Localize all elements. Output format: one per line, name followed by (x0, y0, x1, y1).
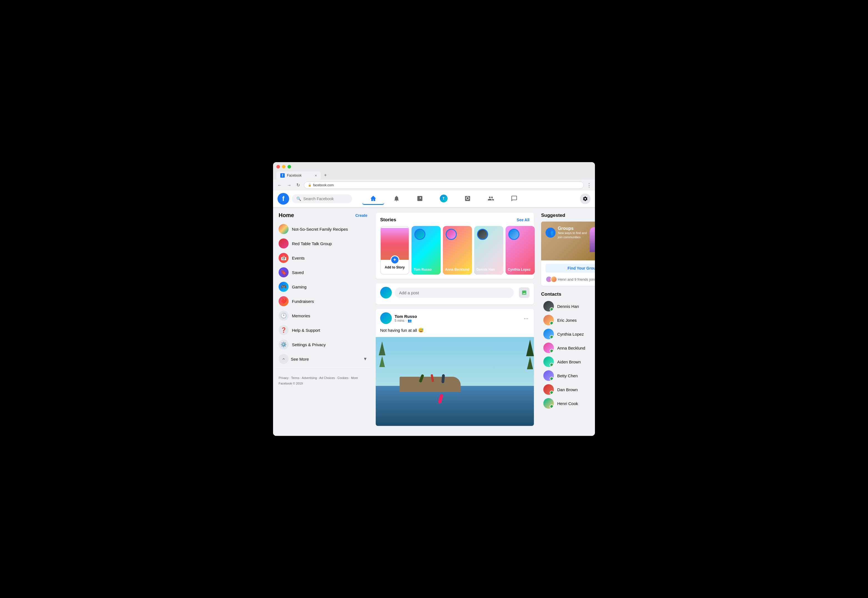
tab-close-button[interactable]: ✕ (315, 174, 317, 177)
story-cynthia-lopez[interactable]: Cynthia Lopez (506, 226, 535, 275)
sidebar-footer: Privacy · Terms · Advertising · Ad Choic… (275, 371, 371, 389)
contact-dennis-avatar (543, 301, 554, 311)
friend-avatar-2 (550, 276, 557, 283)
footer-privacy-link[interactable]: Privacy (279, 376, 289, 380)
sidebar-item-family-recipes[interactable]: Not-So-Secret Family Recipes (275, 222, 371, 236)
chevron-down-icon: ▼ (363, 356, 367, 362)
settings-button[interactable] (580, 193, 591, 204)
post-text: Not having fun at all 😅 (376, 324, 534, 337)
close-button[interactable] (276, 165, 280, 169)
friends-joined: Henri and 9 friends joined Groups (546, 276, 595, 283)
maximize-button[interactable] (288, 165, 291, 169)
browser-navbar: ← → ↻ 🔒 facebook.com ⋮ (273, 179, 595, 190)
post-author-name[interactable]: Tom Russo (395, 314, 520, 319)
sidebar-item-events[interactable]: 📅 Events (275, 251, 371, 265)
nav-messenger-button[interactable] (503, 193, 525, 205)
active-tab[interactable]: f Facebook ✕ (276, 171, 321, 179)
contact-betty-chen[interactable]: Betty Chen (541, 369, 595, 383)
add-story-card[interactable]: + Add to Story (380, 226, 409, 275)
gaming-icon: 🎮 (279, 282, 289, 292)
nav-groups-button[interactable] (480, 193, 502, 205)
post-menu-button[interactable]: ··· (522, 314, 529, 323)
search-bar[interactable]: 🔍 (292, 194, 352, 203)
sidebar-item-saved[interactable]: 🔖 Saved (275, 265, 371, 280)
sidebar-item-memories[interactable]: 🕐 Memories (275, 308, 371, 323)
stories-title: Stories (380, 217, 396, 223)
contact-dennis-han[interactable]: Dennis Han (541, 299, 595, 313)
story-dennis-han[interactable]: Dennis Han (474, 226, 503, 275)
footer-advertising-link[interactable]: Advertising (302, 376, 317, 380)
see-more-icon (279, 354, 289, 364)
footer-copyright: Facebook © 2019 (279, 382, 303, 385)
sidebar-item-settings[interactable]: ⚙️ Settings & Privacy (275, 337, 371, 352)
nav-center: T (352, 192, 535, 205)
tab-title: Facebook (287, 173, 302, 177)
footer-adchoices-link[interactable]: Ad Choices (319, 376, 335, 380)
search-input[interactable] (303, 197, 348, 201)
sidebar-item-red-table-talk[interactable]: Red Table Talk Group (275, 236, 371, 251)
contact-aiden-name: Aiden Brown (557, 360, 581, 364)
footer-more-link[interactable]: More (351, 376, 358, 380)
nav-profile-button[interactable]: T (432, 192, 455, 205)
contact-anna-becklund[interactable]: Anna Becklund (541, 341, 595, 355)
story-tom-russo[interactable]: Tom Russo (412, 226, 441, 275)
sidebar-item-help[interactable]: ❓ Help & Support (275, 323, 371, 337)
forward-button[interactable]: → (286, 182, 292, 189)
story-tom-name: Tom Russo (414, 268, 438, 272)
stories-see-all-button[interactable]: See All (517, 218, 529, 222)
contact-dennis-name: Dennis Han (557, 304, 579, 309)
nav-watch-button[interactable] (409, 193, 431, 205)
contact-betty-name: Betty Chen (557, 374, 578, 378)
sidebar-item-fundraisers[interactable]: ❤️ Fundraisers (275, 294, 371, 308)
reload-button[interactable]: ↻ (295, 181, 301, 189)
sidebar-item-memories-label: Memories (292, 314, 310, 318)
right-panel: Suggested (537, 207, 595, 436)
see-more-button[interactable]: See More ▼ (275, 352, 371, 366)
post-meta: 5 mins · 👥 (395, 319, 520, 323)
composer-photo-button[interactable] (519, 287, 529, 298)
help-icon: ❓ (279, 325, 289, 335)
composer-input[interactable]: Add a post (395, 288, 514, 298)
browser-menu-button[interactable]: ⋮ (587, 182, 592, 188)
address-bar[interactable]: 🔒 facebook.com (304, 182, 584, 189)
contact-henri-name: Henri Cook (557, 401, 578, 406)
contact-henri-avatar (543, 398, 554, 409)
nav-notifications-button[interactable] (385, 193, 408, 205)
traffic-lights (276, 165, 592, 169)
nav-home-button[interactable] (362, 193, 384, 205)
tab-favicon: f (280, 173, 285, 178)
post-author-avatar[interactable] (380, 312, 392, 324)
post-header: Tom Russo 5 mins · 👥 ··· (376, 309, 534, 324)
lock-icon: 🔒 (308, 184, 311, 187)
jumping-figures (420, 374, 444, 383)
minimize-button[interactable] (282, 165, 286, 169)
contact-dan-avatar (543, 384, 554, 395)
stories-section: Stories See All + Add to Story (376, 213, 534, 279)
footer-cookies-link[interactable]: Cookies (337, 376, 349, 380)
contact-cynthia-lopez[interactable]: Cynthia Lopez (541, 327, 595, 341)
nav-marketplace-button[interactable] (456, 193, 479, 205)
back-button[interactable]: ← (276, 182, 283, 189)
search-icon: 🔍 (296, 197, 301, 201)
footer-terms-link[interactable]: Terms (291, 376, 300, 380)
contact-aiden-brown[interactable]: Aiden Brown (541, 355, 595, 369)
post-time: 5 mins (395, 319, 404, 323)
contact-eric-name: Eric Jones (557, 318, 577, 323)
sidebar-item-gaming[interactable]: 🎮 Gaming (275, 280, 371, 294)
story-anna-name: Anna Becklund (445, 268, 470, 272)
sidebar-divider (275, 368, 371, 369)
suggested-title: Suggested (541, 213, 595, 218)
main-content: Home Create Not-So-Secret Family Recipes… (273, 207, 595, 436)
create-button[interactable]: Create (355, 213, 367, 218)
story-anna-becklund[interactable]: Anna Becklund (443, 226, 472, 275)
suggested-banner: 👥 Groups New ways to find andjoin commun… (541, 221, 595, 260)
facebook-logo[interactable]: f (277, 193, 289, 205)
stories-header: Stories See All (380, 217, 529, 223)
contact-dan-brown[interactable]: Dan Brown (541, 383, 595, 396)
find-groups-button[interactable]: Find Your Groups (546, 264, 595, 273)
new-tab-button[interactable]: + (321, 171, 330, 179)
contact-eric-jones[interactable]: Eric Jones (541, 313, 595, 327)
fundraisers-icon: ❤️ (279, 296, 289, 306)
contact-henri-cook[interactable]: Henri Cook (541, 396, 595, 410)
red-table-talk-icon (279, 238, 289, 248)
